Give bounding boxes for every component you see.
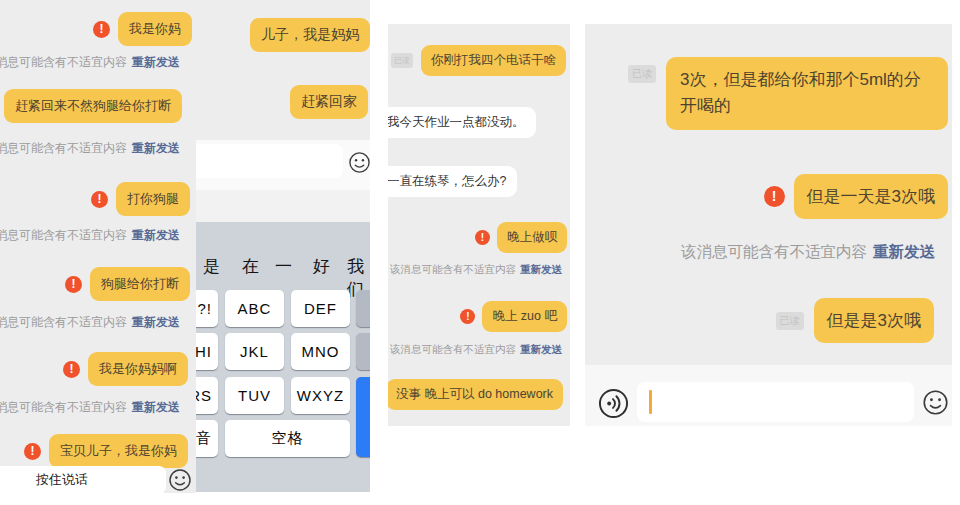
resend-link[interactable]: 重新发送 xyxy=(132,54,180,71)
sent-message-bubble[interactable]: 我是你妈 xyxy=(118,12,192,46)
text-cursor xyxy=(649,390,652,414)
chat-screenshot-left-front: ! 我是你妈 消息可能含有不适宜内容 重新发送 ! 赶紧回来不然狗腿给你打断 消… xyxy=(0,0,196,493)
resend-link[interactable]: 重新发送 xyxy=(132,227,180,244)
warning-row: 该消息可能含有不适宜内容 重新发送 xyxy=(681,242,935,263)
chat-screenshot-left-back: 儿子，我是妈妈 赶紧回家 是 在 一 好 我们 ?! ABC DEF HI JK… xyxy=(195,0,370,492)
message-row: 已读 你刚打我四个电话干啥 xyxy=(391,45,566,76)
warning-icon[interactable]: ! xyxy=(24,443,41,460)
candidate-word[interactable]: 好 xyxy=(313,255,330,278)
warning-icon[interactable]: ! xyxy=(65,276,82,293)
resend-link[interactable]: 重新发送 xyxy=(132,314,180,331)
warning-icon[interactable]: ! xyxy=(475,230,490,245)
sent-message-bubble[interactable]: 但是是3次哦 xyxy=(814,298,934,343)
chat-input-bar xyxy=(585,364,952,426)
message-row: ! 我是你妈 xyxy=(93,12,192,46)
warning-text: 消息可能含有不适宜内容 xyxy=(0,54,127,71)
sent-message-bubble[interactable]: 晚上做呗 xyxy=(497,222,567,253)
message-row: ! 宝贝儿子，我是你妈 xyxy=(24,434,188,468)
emoji-smiley-icon[interactable] xyxy=(922,389,949,416)
warning-icon[interactable]: ! xyxy=(63,361,80,378)
read-receipt-badge: 已读 xyxy=(391,53,413,68)
sent-message-bubble[interactable]: 没事 晚上可以 do homework xyxy=(388,379,563,410)
warning-text: 该消息可能含有不适宜内容 xyxy=(390,263,516,277)
warning-row: 消息可能含有不适宜内容 重新发送 xyxy=(0,399,180,416)
space-key[interactable]: 空格 xyxy=(225,420,350,457)
warning-text: 消息可能含有不适宜内容 xyxy=(0,227,127,244)
message-row: ! 我是你妈妈啊 xyxy=(63,352,188,386)
key-abc[interactable]: ABC xyxy=(225,290,284,327)
sent-message-bubble[interactable]: 我是你妈妈啊 xyxy=(88,352,188,386)
sent-message-bubble[interactable]: 打你狗腿 xyxy=(116,182,190,216)
key-pqrs[interactable]: RS xyxy=(195,377,218,414)
message-row: ! 狗腿给你打断 xyxy=(65,267,190,301)
delete-key[interactable] xyxy=(356,290,370,327)
warning-row: 消息可能含有不适宜内容 重新发送 xyxy=(0,227,180,244)
warning-icon[interactable]: ! xyxy=(91,191,108,208)
key-symbols[interactable]: ?! xyxy=(195,290,218,327)
message-row: ! 赶紧回来不然狗腿给你打断 xyxy=(0,89,182,123)
sent-message-bubble[interactable]: 赶紧回家 xyxy=(290,85,368,119)
warning-text: 该消息可能含有不适宜内容 xyxy=(681,242,867,263)
message-input[interactable] xyxy=(637,382,914,422)
sent-message-bubble[interactable]: 赶紧回来不然狗腿给你打断 xyxy=(4,89,182,123)
sent-message-bubble[interactable]: 宝贝儿子，我是你妈 xyxy=(49,434,188,468)
key-ghi[interactable]: HI xyxy=(195,333,218,370)
message-row: ! 晚上 zuo 吧 xyxy=(460,301,567,332)
t9-keyboard: 是 在 一 好 我们 ?! ABC DEF HI JKL MNO RS TUV … xyxy=(195,222,370,492)
warning-row: 消息可能含有不适宜内容 重新发送 xyxy=(0,54,180,71)
warning-row: 消息可能含有不适宜内容 重新发送 xyxy=(0,140,180,157)
key-def[interactable]: DEF xyxy=(291,290,350,327)
warning-row: 消息可能含有不适宜内容 重新发送 xyxy=(0,314,180,331)
received-message-bubble[interactable]: 我今天作业一点都没动。 xyxy=(388,107,536,138)
sent-message-bubble[interactable]: 3次，但是都给你和那个5ml的分开喝的 xyxy=(666,57,948,130)
message-row: ! 但是一天是3次哦 xyxy=(764,174,948,219)
sent-message-bubble[interactable]: 狗腿给你打断 xyxy=(90,267,190,301)
send-key[interactable] xyxy=(356,377,370,457)
chat-screenshot-right: 已读 3次，但是都给你和那个5ml的分开喝的 ! 但是一天是3次哦 该消息可能含… xyxy=(585,24,952,426)
warning-text: 消息可能含有不适宜内容 xyxy=(0,140,127,157)
warning-text: 该消息可能含有不适宜内容 xyxy=(390,343,516,357)
warning-row: 该消息可能含有不适宜内容 重新发送 xyxy=(390,263,562,277)
message-row: 已读 3次，但是都给你和那个5ml的分开喝的 xyxy=(628,57,948,130)
resend-link[interactable]: 重新发送 xyxy=(520,263,562,277)
candidate-word[interactable]: 一 xyxy=(275,255,292,278)
keyboard-toolbar xyxy=(195,190,370,222)
key-jkl[interactable]: JKL xyxy=(225,333,284,370)
read-receipt-badge: 已读 xyxy=(628,65,656,83)
candidate-word[interactable]: 在 xyxy=(242,255,259,278)
message-row: 儿子，我是妈妈 xyxy=(250,18,370,52)
key-mno[interactable]: MNO xyxy=(291,333,350,370)
chat-screenshot-middle: 已读 你刚打我四个电话干啥 我今天作业一点都没动。 一直在练琴，怎么办? ! 晚… xyxy=(388,24,570,426)
resend-link[interactable]: 重新发送 xyxy=(520,343,562,357)
message-input[interactable] xyxy=(195,144,343,178)
warning-icon[interactable]: ! xyxy=(460,309,475,324)
warning-icon[interactable]: ! xyxy=(764,186,785,207)
key-pinyin[interactable]: 音 xyxy=(195,420,218,457)
candidate-word[interactable]: 是 xyxy=(203,255,220,278)
chat-input-bar xyxy=(195,140,370,190)
resend-link[interactable]: 重新发送 xyxy=(132,140,180,157)
sent-message-bubble[interactable]: 你刚打我四个电话干啥 xyxy=(421,45,566,76)
warning-row: 该消息可能含有不适宜内容 重新发送 xyxy=(390,343,562,357)
message-row: 赶紧回家 xyxy=(290,85,368,119)
sent-message-bubble[interactable]: 晚上 zuo 吧 xyxy=(482,301,567,332)
warning-text: 消息可能含有不适宜内容 xyxy=(0,399,127,416)
received-message-bubble[interactable]: 一直在练琴，怎么办? xyxy=(388,166,517,197)
emoji-smiley-icon[interactable] xyxy=(348,151,370,174)
hold-to-talk-button[interactable]: 按住说话 xyxy=(0,466,166,493)
voice-input-icon[interactable] xyxy=(598,388,629,419)
emoji-smiley-icon[interactable] xyxy=(168,468,192,492)
sent-message-bubble[interactable]: 但是一天是3次哦 xyxy=(794,174,948,219)
warning-icon[interactable]: ! xyxy=(93,21,110,38)
read-receipt-badge: 已读 xyxy=(776,312,804,330)
message-row: 已读 但是是3次哦 xyxy=(776,298,934,343)
sent-message-bubble[interactable]: 儿子，我是妈妈 xyxy=(250,18,370,52)
resend-link[interactable]: 重新发送 xyxy=(132,399,180,416)
key-wxyz[interactable]: WXYZ xyxy=(291,377,350,414)
message-row: ! 晚上做呗 xyxy=(475,222,567,253)
resend-link[interactable]: 重新发送 xyxy=(873,242,935,263)
hold-to-talk-label: 按住说话 xyxy=(36,471,88,489)
keyboard-grey-key[interactable] xyxy=(356,333,370,370)
message-row: 没事 晚上可以 do homework xyxy=(388,379,563,410)
key-tuv[interactable]: TUV xyxy=(225,377,284,414)
